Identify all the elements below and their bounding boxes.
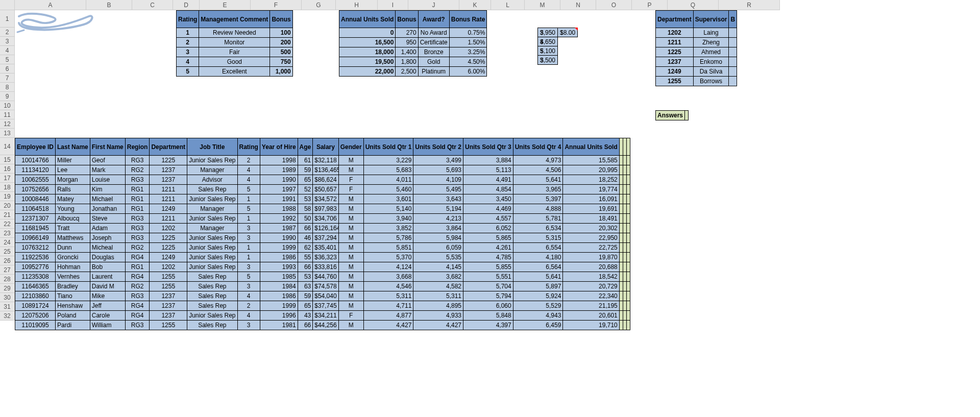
main-header[interactable]: Department xyxy=(150,138,187,156)
column-header-Q[interactable]: Q xyxy=(668,0,719,10)
answer-cell[interactable] xyxy=(626,311,630,321)
answer-cell[interactable] xyxy=(626,272,630,282)
main-header[interactable]: Units Sold Qtr 2 xyxy=(413,138,463,156)
data-cell[interactable]: 20,729 xyxy=(563,282,619,291)
data-cell[interactable]: 55 xyxy=(298,253,313,262)
data-cell[interactable]: 5,897 xyxy=(513,282,563,291)
data-cell[interactable]: Matthews xyxy=(56,233,90,243)
data-cell[interactable]: 3,864 xyxy=(413,224,463,233)
answer-header-cell[interactable] xyxy=(619,138,623,156)
data-cell[interactable]: 5,315 xyxy=(513,233,563,243)
data-cell[interactable]: 6,564 xyxy=(513,262,563,272)
data-cell[interactable]: 4,145 xyxy=(413,262,463,272)
answer-header-cell[interactable] xyxy=(626,138,630,156)
data-cell[interactable]: M xyxy=(338,253,363,262)
row-header-25[interactable]: 25 xyxy=(0,247,14,256)
data-cell[interactable]: RG1 xyxy=(125,185,150,194)
answer-cell[interactable] xyxy=(619,156,623,165)
column-header-I[interactable]: I xyxy=(378,0,408,10)
data-cell[interactable]: 53 xyxy=(298,272,313,282)
dept-extra[interactable] xyxy=(729,77,737,86)
row-header-12[interactable]: 12 xyxy=(0,119,14,129)
data-cell[interactable]: 1237 xyxy=(150,301,187,311)
data-cell[interactable]: 4,785 xyxy=(463,253,513,262)
data-cell[interactable]: 4,261 xyxy=(463,243,513,253)
data-cell[interactable]: Manager xyxy=(187,204,237,214)
data-cell[interactable]: M xyxy=(338,224,363,233)
answer-cell[interactable] xyxy=(623,282,626,291)
data-cell[interactable]: 1255 xyxy=(150,321,187,330)
data-cell[interactable]: Ralls xyxy=(56,185,90,194)
data-cell[interactable]: 10966149 xyxy=(15,233,56,243)
data-cell[interactable]: 4,506 xyxy=(513,165,563,175)
data-cell[interactable]: 5,781 xyxy=(513,214,563,224)
answer-cell[interactable] xyxy=(619,291,623,301)
answer-cell[interactable] xyxy=(619,233,623,243)
rating-header-comment[interactable]: Management Comment xyxy=(199,11,270,28)
data-cell[interactable]: 6,459 xyxy=(513,321,563,330)
data-cell[interactable]: 46 xyxy=(298,233,313,243)
money-cell[interactable]: $3,950 xyxy=(538,28,558,37)
data-cell[interactable]: 4,854 xyxy=(463,185,513,194)
answer-header-cell[interactable] xyxy=(623,138,626,156)
data-cell[interactable]: 1988 xyxy=(260,204,298,214)
data-cell[interactable]: 2 xyxy=(237,301,260,311)
data-cell[interactable]: Morgan xyxy=(56,175,90,185)
row-header-9[interactable]: 9 xyxy=(0,92,14,101)
data-cell[interactable]: 1997 xyxy=(260,185,298,194)
units-annual[interactable]: 18,000 xyxy=(339,47,396,57)
data-cell[interactable]: 1990 xyxy=(260,175,298,185)
data-cell[interactable]: 4,469 xyxy=(463,204,513,214)
data-cell[interactable]: William xyxy=(90,321,125,330)
data-cell[interactable]: M xyxy=(338,243,363,253)
main-header[interactable]: Job Title xyxy=(187,138,237,156)
data-cell[interactable]: Michael xyxy=(90,194,125,204)
data-cell[interactable]: Junior Sales Rep xyxy=(187,214,237,224)
data-cell[interactable]: 5,794 xyxy=(463,291,513,301)
data-cell[interactable]: 4,397 xyxy=(463,321,513,330)
data-cell[interactable]: 5,194 xyxy=(413,204,463,214)
row-header-18[interactable]: 18 xyxy=(0,183,14,192)
column-header-E[interactable]: E xyxy=(200,0,251,10)
answer-cell[interactable] xyxy=(626,291,630,301)
row-header-5[interactable]: 5 xyxy=(0,55,14,64)
units-award[interactable]: Gold xyxy=(418,57,449,67)
data-cell[interactable]: RG2 xyxy=(125,165,150,175)
answer-cell[interactable] xyxy=(619,185,623,194)
data-cell[interactable]: 5,641 xyxy=(513,272,563,282)
rating-cell[interactable]: 1 xyxy=(177,28,199,38)
units-header-bonus[interactable]: Bonus xyxy=(396,11,418,28)
data-cell[interactable]: 1237 xyxy=(150,165,187,175)
units-rate[interactable]: 1.50% xyxy=(449,38,487,47)
data-cell[interactable]: $54,040 xyxy=(313,291,338,301)
column-header-D[interactable]: D xyxy=(173,0,200,10)
data-cell[interactable]: 66 xyxy=(298,224,313,233)
answer-cell[interactable] xyxy=(623,156,626,165)
data-cell[interactable]: RG1 xyxy=(125,194,150,204)
data-cell[interactable]: 1990 xyxy=(260,233,298,243)
dept-code[interactable]: 1211 xyxy=(656,38,694,47)
column-header-R[interactable]: R xyxy=(719,0,780,10)
answer-cell[interactable] xyxy=(623,204,626,214)
data-cell[interactable]: $35,401 xyxy=(313,243,338,253)
answer-cell[interactable] xyxy=(619,282,623,291)
rating-cell[interactable]: 3 xyxy=(177,47,199,57)
units-annual[interactable]: 22,000 xyxy=(339,67,396,77)
rating-comment[interactable]: Fair xyxy=(199,47,270,57)
data-cell[interactable]: Matey xyxy=(56,194,90,204)
units-header-rate[interactable]: Bonus Rate xyxy=(449,11,487,28)
data-cell[interactable]: M xyxy=(338,156,363,165)
money-cell[interactable]: $5,100 xyxy=(538,46,558,56)
data-cell[interactable]: $32,118 xyxy=(313,156,338,165)
answer-cell[interactable] xyxy=(626,156,630,165)
row-header-30[interactable]: 30 xyxy=(0,293,14,302)
dept-supervisor[interactable]: Zheng xyxy=(693,38,729,47)
column-header-N[interactable]: N xyxy=(560,0,596,10)
dept-extra[interactable] xyxy=(729,57,737,67)
data-cell[interactable]: Pardi xyxy=(56,321,90,330)
data-cell[interactable]: Junior Sales Rep xyxy=(187,156,237,165)
data-cell[interactable]: 1255 xyxy=(150,272,187,282)
data-cell[interactable]: 1985 xyxy=(260,272,298,282)
rating-bonus[interactable]: 200 xyxy=(270,38,292,47)
data-cell[interactable]: Geof xyxy=(90,156,125,165)
